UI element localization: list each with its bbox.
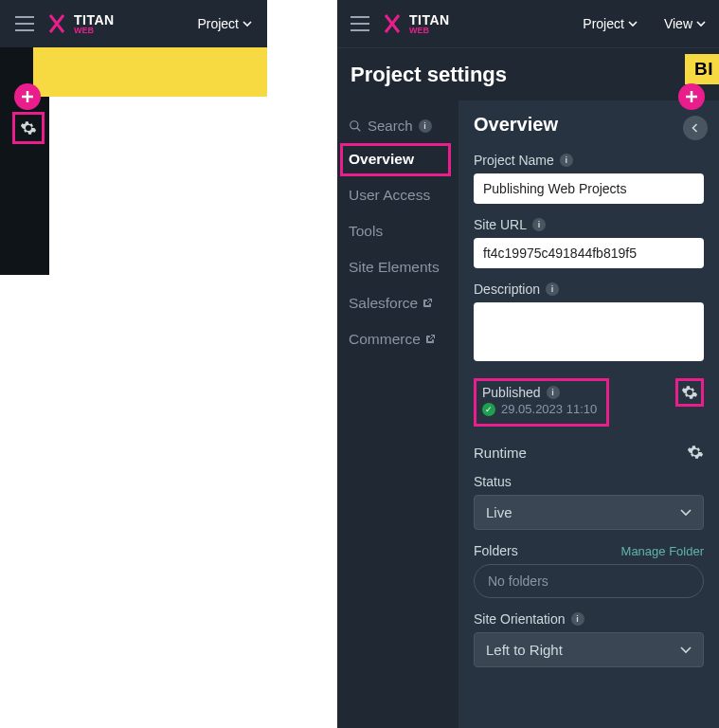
- menu-icon[interactable]: [351, 16, 369, 31]
- published-settings-button[interactable]: [675, 378, 704, 407]
- nav-commerce[interactable]: Commerce: [337, 321, 458, 357]
- external-link-icon: [422, 298, 433, 309]
- logo: TITAN WEB: [381, 12, 450, 35]
- project-dropdown[interactable]: Project: [197, 16, 252, 31]
- nav-salesforce[interactable]: Salesforce: [337, 285, 458, 321]
- add-button[interactable]: [14, 83, 41, 110]
- chevron-down-icon: [680, 509, 692, 517]
- settings-button[interactable]: [12, 112, 45, 144]
- overview-heading: Overview: [474, 114, 704, 136]
- side-badge: BI: [685, 54, 719, 84]
- info-icon: i: [560, 154, 573, 167]
- nav-search-label: Search: [368, 118, 413, 134]
- collapse-button[interactable]: [683, 116, 708, 140]
- published-date: ✓ 29.05.2023 11:10: [482, 402, 597, 416]
- status-label: Status: [474, 474, 704, 489]
- logo-icon: [381, 13, 404, 34]
- logo: TITAN WEB: [45, 12, 115, 35]
- check-icon: ✓: [482, 403, 495, 416]
- project-name-label: Project Name i: [474, 153, 704, 168]
- info-icon: i: [571, 612, 584, 626]
- nav-search[interactable]: Search i: [337, 110, 458, 141]
- external-link-icon: [424, 334, 436, 345]
- svg-point-0: [351, 120, 358, 128]
- chevron-down-icon: [628, 21, 638, 27]
- chevron-down-icon: [243, 21, 252, 27]
- published-label: Published i: [482, 385, 597, 400]
- info-icon: i: [547, 386, 560, 399]
- description-input[interactable]: [474, 302, 704, 361]
- overview-panel: Overview Project Name i Site URL i: [458, 100, 719, 728]
- orientation-label: Site Orientation i: [474, 611, 704, 627]
- info-icon: i: [532, 218, 546, 231]
- site-url-label: Site URL i: [474, 217, 704, 232]
- project-name-input[interactable]: [474, 173, 704, 204]
- left-header: TITAN WEB Project: [0, 0, 267, 47]
- orientation-select[interactable]: Left to Right: [474, 632, 704, 667]
- status-select[interactable]: Live: [474, 495, 704, 530]
- settings-title: Project settings: [351, 63, 507, 87]
- nav-overview[interactable]: Overview: [337, 141, 458, 177]
- settings-nav: Search i Overview User Access Tools Site…: [337, 100, 458, 728]
- chevron-down-icon: [680, 646, 692, 654]
- add-button[interactable]: [678, 83, 705, 110]
- nav-tools[interactable]: Tools: [337, 213, 458, 249]
- menu-icon[interactable]: [15, 16, 34, 31]
- right-header: TITAN WEB Project View: [337, 0, 719, 47]
- chevron-down-icon: [696, 21, 706, 27]
- canvas-highlight: [33, 47, 267, 97]
- logo-icon: [45, 13, 68, 34]
- description-label: Description i: [474, 282, 704, 297]
- settings-title-bar: Project settings: [337, 47, 719, 100]
- folders-label: Folders: [474, 543, 518, 558]
- info-icon: i: [546, 282, 559, 296]
- nav-site-elements[interactable]: Site Elements: [337, 249, 458, 285]
- folders-value[interactable]: No folders: [474, 564, 704, 598]
- published-box: Published i ✓ 29.05.2023 11:10: [474, 378, 609, 427]
- runtime-label: Runtime: [474, 445, 527, 461]
- search-icon: [349, 119, 362, 133]
- nav-user-access[interactable]: User Access: [337, 177, 458, 213]
- manage-folder-link[interactable]: Manage Folder: [621, 544, 704, 558]
- info-icon: i: [419, 119, 432, 133]
- site-url-input[interactable]: [474, 238, 704, 268]
- runtime-settings-button[interactable]: [687, 444, 704, 461]
- view-dropdown[interactable]: View: [664, 16, 706, 31]
- project-dropdown[interactable]: Project: [583, 16, 638, 31]
